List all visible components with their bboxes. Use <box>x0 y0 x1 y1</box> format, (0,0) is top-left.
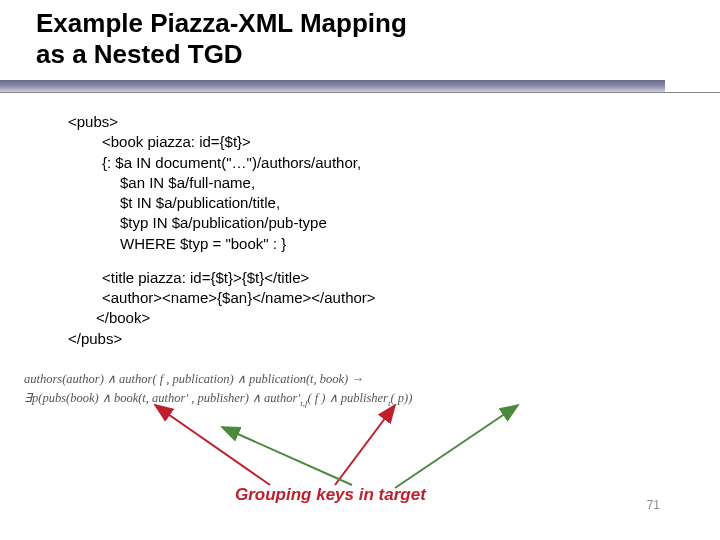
svg-line-4 <box>395 405 518 488</box>
grouping-keys-label: Grouping keys in target <box>235 485 426 505</box>
code-line: </pubs> <box>68 330 122 347</box>
code-line: <book piazza: id={$t}> <box>68 132 376 152</box>
code-line: <pubs> <box>68 113 118 130</box>
code-line: WHERE $typ = "book" : } <box>68 234 376 254</box>
svg-line-5 <box>222 427 352 485</box>
code-line: </book> <box>68 308 376 328</box>
code-line: $t IN $a/publication/title, <box>68 193 376 213</box>
code-line: $typ IN $a/publication/pub-type <box>68 213 376 233</box>
slide-title-line2: as a Nested TGD <box>36 39 243 69</box>
slide-title-line1: Example Piazza-XML Mapping <box>36 8 407 38</box>
formula-line2: ∃p(pubs(book) ∧ book(t, author' , publis… <box>24 389 412 410</box>
code-line: $an IN $a/full-name, <box>68 173 376 193</box>
page-number: 71 <box>647 498 660 512</box>
code-line: <title piazza: id={$t}>{$t}</title> <box>68 268 376 288</box>
title-divider <box>0 80 720 100</box>
code-line: {: $a IN document("…")/authors/author, <box>68 153 376 173</box>
svg-line-3 <box>335 405 395 485</box>
code-line: <author><name>{$an}</name></author> <box>68 288 376 308</box>
logic-formula: authors(author) ∧ author( f , publicatio… <box>24 370 412 410</box>
svg-line-2 <box>155 405 270 485</box>
code-block: <pubs> <book piazza: id={$t}> {: $a IN d… <box>68 112 376 349</box>
formula-line1: authors(author) ∧ author( f , publicatio… <box>24 370 412 389</box>
